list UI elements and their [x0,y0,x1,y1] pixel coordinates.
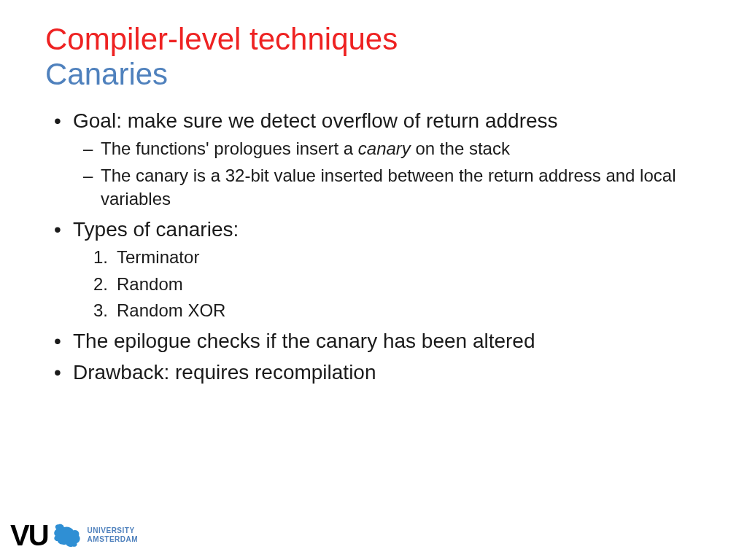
bullet-item: Drawback: requires recompilation [73,359,702,386]
numbered-text: Random XOR [117,300,225,320]
logo-line2: AMSTERDAM [88,535,139,544]
numbered-item: Terminator [117,246,702,269]
university-logo: VU UNIVERSITY AMSTERDAM [10,521,138,550]
numbered-item: Random XOR [117,299,702,322]
numbered-text: Random [117,274,183,294]
slide-content: Goal: make sure we detect overflow of re… [45,107,702,387]
bullet-text: Types of canaries: [73,218,239,241]
slide-body: Compiler-level techniques Canaries Goal:… [0,0,747,386]
slide-title: Compiler-level techniques [45,22,702,57]
bullet-item: Goal: make sure we detect overflow of re… [73,107,702,211]
logo-line1: UNIVERSITY [88,526,139,535]
sub-bullet-text-part: The functions' prologues insert a [101,139,358,158]
bullet-text: Drawback: requires recompilation [73,361,376,384]
bullet-text: Goal: make sure we detect overflow of re… [73,109,558,132]
sub-bullet-text-part: on the stack [411,139,510,158]
logo-text: UNIVERSITY AMSTERDAM [88,526,139,544]
sub-bullet-list: The functions' prologues insert a canary… [73,137,702,211]
griffin-icon [51,521,83,550]
bullet-list: Goal: make sure we detect overflow of re… [45,107,702,387]
bullet-text: The epilogue checks if the canary has be… [73,330,535,352]
sub-bullet-item: The functions' prologues insert a canary… [101,137,702,160]
sub-bullet-text-emph: canary [358,139,411,158]
bullet-item: The epilogue checks if the canary has be… [73,327,702,355]
numbered-list: Terminator Random Random XOR [73,246,702,322]
slide-subtitle: Canaries [45,57,702,92]
numbered-text: Terminator [117,247,199,267]
sub-bullet-item: The canary is a 32-bit value inserted be… [101,164,702,211]
numbered-item: Random [117,273,702,296]
bullet-item: Types of canaries: Terminator Random Ran… [73,216,702,323]
logo-letters: VU [10,521,48,550]
sub-bullet-text: The canary is a 32-bit value inserted be… [101,166,676,209]
